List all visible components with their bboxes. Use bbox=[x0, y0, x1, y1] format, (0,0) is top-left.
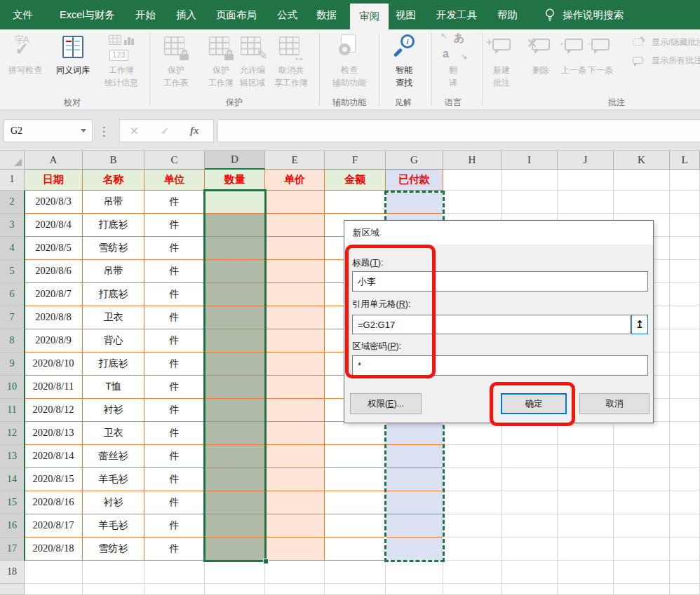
col-header-C[interactable]: C bbox=[144, 151, 205, 170]
cell-A3[interactable]: 2020/8/4 bbox=[25, 214, 83, 237]
cell-I1[interactable] bbox=[502, 170, 558, 191]
cell-E11[interactable] bbox=[265, 399, 325, 422]
cell-L5[interactable] bbox=[670, 260, 700, 283]
cell-A1[interactable]: 日期 bbox=[25, 170, 83, 191]
row-header-12[interactable]: 12 bbox=[0, 422, 25, 445]
cell-H13[interactable] bbox=[443, 445, 502, 468]
cell-A16[interactable]: 2020/8/17 bbox=[25, 514, 83, 538]
cell-B11[interactable]: 衬衫 bbox=[83, 399, 144, 422]
cell-I17[interactable] bbox=[502, 538, 558, 561]
name-box[interactable]: G2 bbox=[4, 119, 93, 142]
col-header-K[interactable]: K bbox=[614, 151, 670, 170]
cell-B6[interactable]: 打底衫 bbox=[83, 283, 144, 306]
cell-E18[interactable] bbox=[265, 561, 325, 584]
cell-K17[interactable] bbox=[614, 538, 670, 561]
row-header-10[interactable]: 10 bbox=[0, 376, 25, 399]
col-header-I[interactable]: I bbox=[502, 151, 558, 170]
cell-L13[interactable] bbox=[670, 445, 700, 468]
spell-check-button[interactable]: 字A ✓ 拼写检查 bbox=[4, 31, 46, 91]
cell-B12[interactable]: 卫衣 bbox=[83, 422, 144, 445]
cell-L2[interactable] bbox=[670, 191, 700, 214]
cell-F2[interactable] bbox=[325, 191, 386, 214]
cell-F14[interactable] bbox=[325, 468, 386, 491]
cell-F15[interactable] bbox=[325, 491, 386, 514]
cell-L10[interactable] bbox=[670, 376, 700, 399]
row-header-14[interactable]: 14 bbox=[0, 468, 25, 491]
cell-B5[interactable]: 吊带 bbox=[83, 260, 144, 283]
cell-C17[interactable]: 件 bbox=[144, 538, 205, 561]
cell-E2[interactable] bbox=[265, 191, 325, 214]
cell-C10[interactable]: 件 bbox=[144, 376, 205, 399]
cell-E5[interactable] bbox=[265, 260, 325, 283]
cell-C3[interactable]: 件 bbox=[144, 214, 205, 237]
cell-C14[interactable]: 件 bbox=[144, 468, 205, 491]
cell-E14[interactable] bbox=[265, 468, 325, 491]
cell-I2[interactable] bbox=[502, 191, 558, 214]
cell-A7[interactable]: 2020/8/8 bbox=[25, 306, 83, 329]
cell-B13[interactable]: 蕾丝衫 bbox=[83, 445, 144, 468]
insert-function-icon[interactable]: fx bbox=[190, 120, 199, 142]
cell-H14[interactable] bbox=[443, 468, 502, 491]
cell-A13[interactable]: 2020/8/14 bbox=[25, 445, 83, 468]
cell-L14[interactable] bbox=[670, 468, 700, 491]
cell-K15[interactable] bbox=[614, 491, 670, 514]
cell-H2[interactable] bbox=[443, 191, 502, 214]
cell-J2[interactable] bbox=[558, 191, 614, 214]
cell-I13[interactable] bbox=[502, 445, 558, 468]
show-hide-comment-button[interactable]: ✎ 显示/隐藏批注 显示所有批注 bbox=[633, 31, 700, 91]
col-header-L[interactable]: L bbox=[670, 151, 700, 170]
row-header-partial[interactable] bbox=[0, 584, 25, 595]
cell-E6[interactable] bbox=[265, 283, 325, 306]
cell-F1[interactable]: 金额 bbox=[325, 170, 386, 191]
tab-excel-finance[interactable]: Excel与财务 bbox=[60, 0, 115, 29]
cell-I19[interactable] bbox=[502, 584, 558, 595]
col-header-H[interactable]: H bbox=[443, 151, 502, 170]
cell-C4[interactable]: 件 bbox=[144, 237, 205, 260]
cell-L3[interactable] bbox=[670, 214, 700, 237]
row-header-4[interactable]: 4 bbox=[0, 237, 25, 260]
cell-E13[interactable] bbox=[265, 445, 325, 468]
cell-E10[interactable] bbox=[265, 376, 325, 399]
cell-K12[interactable] bbox=[614, 422, 670, 445]
row-header-15[interactable]: 15 bbox=[0, 491, 25, 514]
cell-H17[interactable] bbox=[443, 538, 502, 561]
cell-C5[interactable]: 件 bbox=[144, 260, 205, 283]
row-header-2[interactable]: 2 bbox=[0, 191, 25, 214]
cell-A18[interactable] bbox=[25, 561, 83, 584]
tab-help[interactable]: 帮助 bbox=[497, 0, 518, 29]
cell-K19[interactable] bbox=[614, 584, 670, 595]
cell-L18[interactable] bbox=[670, 561, 700, 584]
col-header-B[interactable]: B bbox=[83, 151, 144, 170]
cell-L9[interactable] bbox=[670, 353, 700, 376]
cancel-button[interactable]: 取消 bbox=[579, 393, 649, 414]
cell-I14[interactable] bbox=[502, 468, 558, 491]
cell-F17[interactable] bbox=[325, 538, 386, 561]
cell-E4[interactable] bbox=[265, 237, 325, 260]
cell-F13[interactable] bbox=[325, 445, 386, 468]
cell-A5[interactable]: 2020/8/6 bbox=[25, 260, 83, 283]
cell-E7[interactable] bbox=[265, 306, 325, 329]
cell-B1[interactable]: 名称 bbox=[83, 170, 144, 191]
cell-J1[interactable] bbox=[558, 170, 614, 191]
cell-E16[interactable] bbox=[265, 514, 325, 538]
tab-file[interactable]: 文件 bbox=[13, 0, 33, 29]
cell-E9[interactable] bbox=[265, 353, 325, 376]
cell-B7[interactable]: 卫衣 bbox=[83, 306, 144, 329]
cell-B16[interactable]: 羊毛衫 bbox=[83, 514, 144, 538]
cell-C15[interactable]: 件 bbox=[144, 491, 205, 514]
confirm-entry-icon[interactable]: ✓ bbox=[161, 120, 170, 142]
cell-H18[interactable] bbox=[443, 561, 502, 584]
row-header-9[interactable]: 9 bbox=[0, 353, 25, 376]
col-header-A[interactable]: A bbox=[25, 151, 83, 170]
cell-H19[interactable] bbox=[443, 584, 502, 595]
cell-B8[interactable]: 背心 bbox=[83, 329, 144, 353]
cell-A4[interactable]: 2020/8/5 bbox=[25, 237, 83, 260]
cell-I18[interactable] bbox=[502, 561, 558, 584]
cell-A15[interactable]: 2020/8/16 bbox=[25, 491, 83, 514]
cell-D19[interactable] bbox=[205, 584, 265, 595]
cell-C12[interactable]: 件 bbox=[144, 422, 205, 445]
cell-K18[interactable] bbox=[614, 561, 670, 584]
cell-K16[interactable] bbox=[614, 514, 670, 538]
cell-F18[interactable] bbox=[325, 561, 386, 584]
cell-L8[interactable] bbox=[670, 329, 700, 353]
